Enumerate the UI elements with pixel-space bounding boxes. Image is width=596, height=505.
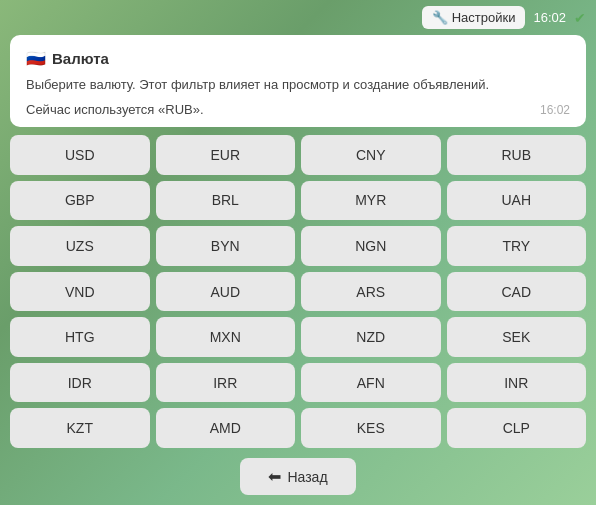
top-bar: 🔧 Настройки 16:02 ✔ bbox=[0, 0, 596, 35]
wrench-icon: 🔧 bbox=[432, 10, 448, 25]
currency-btn-uzs[interactable]: UZS bbox=[10, 226, 150, 266]
back-label: Назад bbox=[287, 469, 327, 485]
check-icon: ✔ bbox=[574, 10, 586, 26]
currency-btn-kes[interactable]: KES bbox=[301, 408, 441, 448]
currency-btn-cad[interactable]: CAD bbox=[447, 272, 587, 312]
currency-btn-vnd[interactable]: VND bbox=[10, 272, 150, 312]
currency-btn-aud[interactable]: AUD bbox=[156, 272, 296, 312]
currency-btn-sek[interactable]: SEK bbox=[447, 317, 587, 357]
currency-btn-rub[interactable]: RUB bbox=[447, 135, 587, 175]
settings-label: Настройки bbox=[452, 10, 516, 25]
bottom-bar: ⬅ Назад bbox=[0, 448, 596, 505]
card-time: 16:02 bbox=[540, 103, 570, 117]
card-footer: Сейчас используется «RUB». 16:02 bbox=[26, 102, 570, 117]
back-icon: ⬅ bbox=[268, 467, 281, 486]
currency-btn-myr[interactable]: MYR bbox=[301, 181, 441, 221]
currency-btn-kzt[interactable]: KZT bbox=[10, 408, 150, 448]
currency-btn-nzd[interactable]: NZD bbox=[301, 317, 441, 357]
info-card: 🇷🇺 Валюта Выберите валюту. Этот фильтр в… bbox=[10, 35, 586, 127]
card-current-label: Сейчас используется «RUB». bbox=[26, 102, 204, 117]
currency-btn-byn[interactable]: BYN bbox=[156, 226, 296, 266]
currency-btn-afn[interactable]: AFN bbox=[301, 363, 441, 403]
top-time: 16:02 bbox=[533, 10, 566, 25]
currency-btn-inr[interactable]: INR bbox=[447, 363, 587, 403]
flag-icon: 🇷🇺 bbox=[26, 49, 46, 68]
currency-btn-irr[interactable]: IRR bbox=[156, 363, 296, 403]
currency-btn-ars[interactable]: ARS bbox=[301, 272, 441, 312]
currency-btn-uah[interactable]: UAH bbox=[447, 181, 587, 221]
currency-btn-ngn[interactable]: NGN bbox=[301, 226, 441, 266]
currency-btn-amd[interactable]: AMD bbox=[156, 408, 296, 448]
currency-btn-eur[interactable]: EUR bbox=[156, 135, 296, 175]
currency-btn-brl[interactable]: BRL bbox=[156, 181, 296, 221]
currency-btn-mxn[interactable]: MXN bbox=[156, 317, 296, 357]
back-button[interactable]: ⬅ Назад bbox=[240, 458, 355, 495]
currency-btn-htg[interactable]: HTG bbox=[10, 317, 150, 357]
card-title-text: Валюта bbox=[52, 50, 109, 67]
currency-btn-clp[interactable]: CLP bbox=[447, 408, 587, 448]
currency-grid: USDEURCNYRUBGBPBRLMYRUAHUZSBYNNGNTRYVNDA… bbox=[0, 135, 596, 448]
card-title: 🇷🇺 Валюта bbox=[26, 49, 570, 68]
currency-btn-usd[interactable]: USD bbox=[10, 135, 150, 175]
currency-btn-gbp[interactable]: GBP bbox=[10, 181, 150, 221]
currency-btn-try[interactable]: TRY bbox=[447, 226, 587, 266]
card-description: Выберите валюту. Этот фильтр влияет на п… bbox=[26, 76, 570, 94]
settings-button[interactable]: 🔧 Настройки bbox=[422, 6, 526, 29]
currency-btn-idr[interactable]: IDR bbox=[10, 363, 150, 403]
currency-btn-cny[interactable]: CNY bbox=[301, 135, 441, 175]
